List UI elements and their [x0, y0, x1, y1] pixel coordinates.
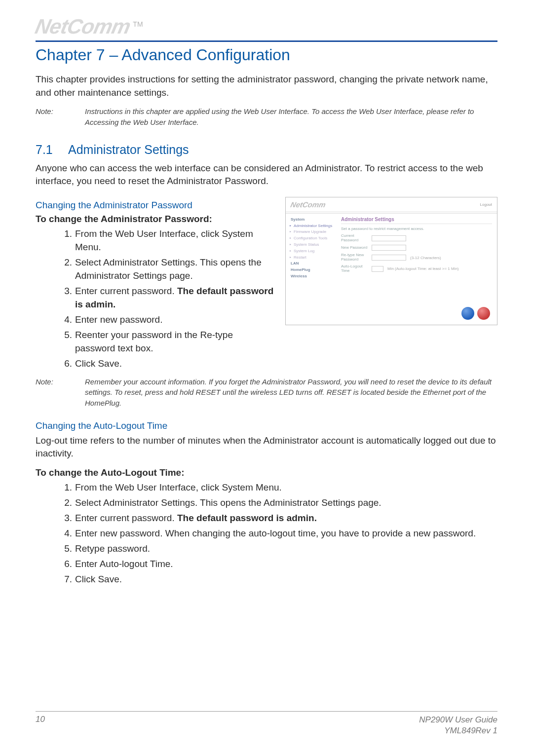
- page-footer: 10 NP290W User Guide YML849Rev 1: [36, 711, 497, 736]
- brand-tm: TM: [133, 20, 143, 28]
- save-icon: [461, 307, 474, 320]
- list-item: 2.Select Administrator Settings. This op…: [75, 256, 274, 283]
- admin-settings-screenshot: NetComm Logout System Administrator Sett…: [285, 197, 497, 325]
- note-label: Note:: [36, 377, 85, 409]
- brand-logo: NetComm TM: [36, 15, 497, 38]
- header-rule: [36, 40, 497, 42]
- changing-password-lead: To change the Administrator Password:: [36, 214, 274, 225]
- auto-logout-lead: To change the Auto-Logout Time:: [36, 467, 497, 478]
- note-text: Instructions in this chapter are applied…: [85, 106, 497, 128]
- note-1: Note: Instructions in this chapter are a…: [36, 106, 497, 128]
- list-item: 6.Enter Auto-logout Time.: [75, 558, 497, 571]
- note-2: Note: Remember your account information.…: [36, 377, 497, 409]
- note-label: Note:: [36, 106, 85, 128]
- shot-main: Administrator Settings Set a password to…: [341, 217, 497, 280]
- brand-name: NetComm: [33, 15, 133, 38]
- shot-logout: Logout: [480, 202, 492, 207]
- list-item: 3.Enter current password. The default pa…: [75, 285, 274, 311]
- list-item: 1.From the Web User Interface, click Sys…: [75, 227, 274, 254]
- shot-sidebar: System Administrator Settings Firmware U…: [291, 217, 341, 280]
- list-item: 3.Enter current password. The default pa…: [75, 512, 497, 525]
- footer-guide: NP290W User Guide: [419, 715, 497, 725]
- cancel-icon: [477, 307, 490, 320]
- footer-rev: YML849Rev 1: [419, 725, 497, 736]
- list-item: 4.Enter new password. When changing the …: [75, 527, 497, 540]
- intro-paragraph: This chapter provides instructions for s…: [36, 73, 497, 99]
- list-item: 4.Enter new password.: [75, 313, 274, 327]
- changing-password-heading: Changing the Administrator Password: [36, 200, 274, 211]
- list-item: 6.Click Save.: [75, 357, 274, 371]
- shot-logo: NetComm: [290, 200, 326, 209]
- auto-logout-steps: 1.From the Web User Interface, click Sys…: [36, 481, 497, 586]
- section-title: Administrator Settings: [68, 143, 189, 157]
- section-7-1-para: Anyone who can access the web interface …: [36, 162, 497, 188]
- list-item: 5.Retype password.: [75, 542, 497, 556]
- list-item: 7.Click Save.: [75, 573, 497, 586]
- section-number: 7.1: [36, 143, 68, 157]
- list-item: 1.From the Web User Interface, click Sys…: [75, 481, 497, 494]
- auto-logout-para: Log-out time refers to the number of min…: [36, 434, 497, 460]
- note-text: Remember your account information. If yo…: [85, 377, 497, 409]
- page-number: 10: [36, 715, 45, 736]
- list-item: 2.Select Administrator Settings. This op…: [75, 496, 497, 510]
- section-7-1-heading: 7.1 Administrator Settings: [36, 143, 497, 157]
- list-item: 5.Reenter your password in the Re-type p…: [75, 329, 274, 355]
- password-steps: 1.From the Web User Interface, click Sys…: [36, 227, 274, 371]
- chapter-title: Chapter 7 – Advanced Configuration: [36, 46, 497, 64]
- auto-logout-heading: Changing the Auto-Logout Time: [36, 420, 497, 431]
